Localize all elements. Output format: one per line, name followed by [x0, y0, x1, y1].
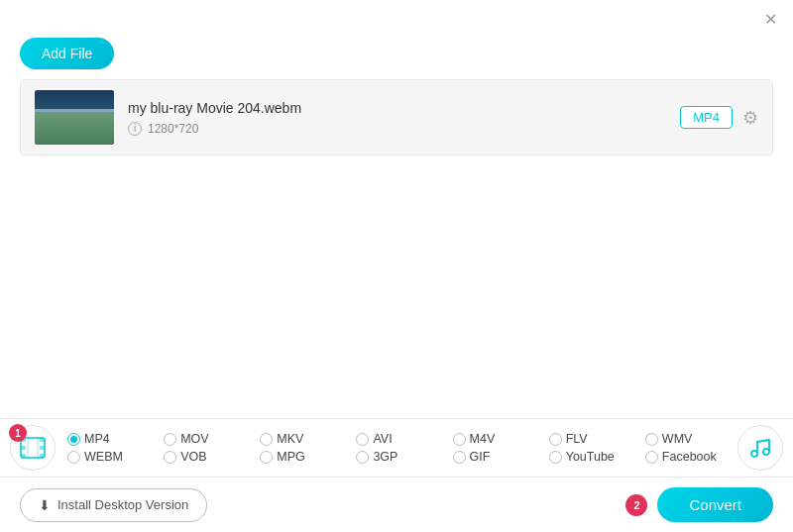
- format-option-vob[interactable]: VOB: [160, 448, 256, 466]
- format-option-gif[interactable]: GIF: [449, 448, 545, 466]
- file-resolution: 1280*720: [148, 122, 198, 136]
- file-name: my blu-ray Movie 204.webm: [128, 100, 680, 116]
- format-selector: 1 MP4 MOV: [0, 418, 793, 477]
- download-icon: ⬇: [39, 497, 51, 513]
- format-option-3gp[interactable]: 3GP: [352, 448, 448, 466]
- radio-3gp[interactable]: [356, 451, 369, 464]
- format-option-mov[interactable]: MOV: [160, 430, 256, 448]
- file-info: my blu-ray Movie 204.webm i 1280*720: [128, 100, 680, 136]
- add-file-button[interactable]: Add File: [20, 38, 114, 69]
- radio-mov[interactable]: [164, 433, 176, 446]
- svg-point-9: [751, 451, 757, 457]
- radio-flv[interactable]: [549, 433, 562, 446]
- format-option-flv[interactable]: FLV: [545, 430, 641, 448]
- svg-rect-6: [40, 446, 45, 450]
- radio-vob[interactable]: [164, 451, 176, 464]
- svg-rect-5: [21, 446, 26, 450]
- svg-rect-2: [40, 438, 45, 442]
- format-option-mp4[interactable]: MP4: [63, 430, 160, 448]
- title-bar: ✕: [0, 0, 793, 34]
- radio-wmv[interactable]: [645, 433, 658, 446]
- format-option-facebook[interactable]: Facebook: [641, 448, 737, 466]
- music-icon: [748, 436, 772, 460]
- file-thumbnail: [35, 90, 114, 145]
- convert-button[interactable]: Convert: [657, 487, 773, 522]
- format-badge[interactable]: MP4: [680, 106, 733, 129]
- format-option-m4v[interactable]: M4V: [449, 430, 545, 448]
- radio-facebook[interactable]: [645, 451, 658, 464]
- format-option-mkv[interactable]: MKV: [256, 430, 352, 448]
- video-format-button[interactable]: 1: [10, 425, 56, 471]
- radio-m4v[interactable]: [453, 433, 466, 446]
- bottom-section: 1 MP4 MOV: [0, 418, 793, 532]
- format-grid: MP4 MOV MKV AVI M4V FLV: [63, 428, 737, 468]
- convert-group: 2 Convert: [625, 487, 773, 522]
- svg-rect-3: [21, 454, 26, 458]
- action-bar: ⬇ Install Desktop Version 2 Convert: [0, 477, 793, 532]
- radio-mpg[interactable]: [260, 451, 273, 464]
- step1-badge: 1: [9, 424, 27, 442]
- file-list: my blu-ray Movie 204.webm i 1280*720 MP4…: [20, 79, 773, 156]
- file-actions: MP4 ⚙: [680, 106, 758, 129]
- audio-format-button[interactable]: [737, 425, 783, 471]
- format-option-youtube[interactable]: YouTube: [545, 448, 641, 466]
- radio-mkv[interactable]: [260, 433, 273, 446]
- svg-rect-4: [40, 454, 45, 458]
- close-button[interactable]: ✕: [761, 10, 779, 28]
- radio-gif[interactable]: [453, 451, 466, 464]
- radio-webm[interactable]: [67, 451, 80, 464]
- file-meta: i 1280*720: [128, 122, 680, 136]
- toolbar: Add File: [0, 34, 793, 79]
- empty-space: [0, 156, 793, 354]
- format-option-mpg[interactable]: MPG: [256, 448, 352, 466]
- format-option-avi[interactable]: AVI: [352, 430, 448, 448]
- format-option-webm[interactable]: WEBM: [63, 448, 160, 466]
- file-item: my blu-ray Movie 204.webm i 1280*720 MP4…: [21, 80, 772, 155]
- radio-youtube[interactable]: [549, 451, 562, 464]
- format-option-wmv[interactable]: WMV: [641, 430, 737, 448]
- settings-icon[interactable]: ⚙: [742, 107, 758, 129]
- step2-badge: 2: [625, 494, 647, 516]
- install-desktop-button[interactable]: ⬇ Install Desktop Version: [20, 488, 207, 522]
- info-icon[interactable]: i: [128, 122, 142, 136]
- radio-avi[interactable]: [356, 433, 369, 446]
- radio-mp4[interactable]: [67, 433, 80, 446]
